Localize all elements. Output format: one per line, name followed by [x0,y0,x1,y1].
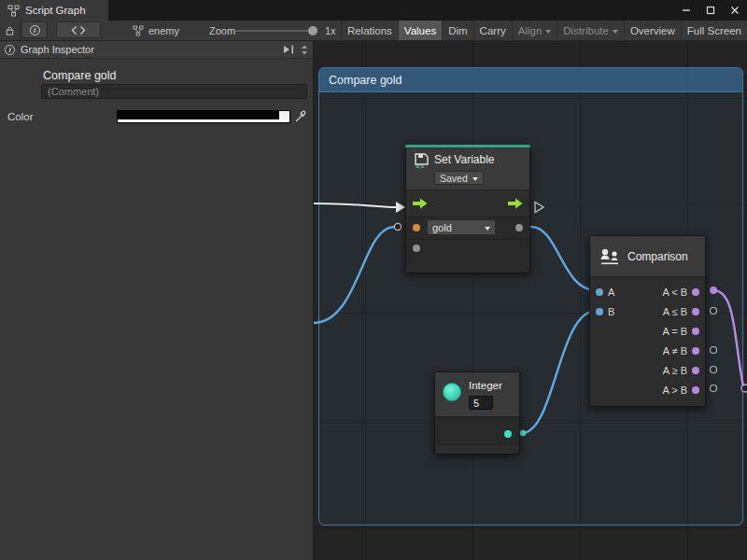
cmp-out-notequal-outer[interactable] [711,347,717,354]
setvar-variable-dropdown[interactable]: gold [427,219,496,235]
cmp-out-greater-outer[interactable] [711,385,717,392]
integer-wire-bead [520,430,526,436]
integer-output-port[interactable] [504,430,512,438]
zoom-value: 1x [325,21,336,40]
flow-out-port[interactable] [508,198,523,209]
zoom-slider-knob[interactable] [308,26,317,35]
carry-button[interactable]: Carry [473,21,512,40]
graph-toolbar: enemy Zoom 1x Relations Values Dim Carry… [0,21,747,41]
close-icon[interactable] [728,4,741,17]
graph-breadcrumb[interactable]: enemy [127,21,185,40]
comparison-row: B A ≤ B [590,301,705,321]
zoom-slider[interactable] [235,21,317,40]
chevron-down-icon [485,227,490,231]
value-wire-setvar-input[interactable] [314,227,394,323]
lock-button[interactable] [0,21,21,40]
graph-inspector-body: Compare gold Color [0,59,313,560]
cmp-out-greaterequal-outer[interactable] [711,367,717,373]
inspector-toggle-button[interactable] [21,21,48,38]
minimize-icon[interactable] [680,4,693,17]
comparison-wire-less-out[interactable] [713,290,743,386]
setvar-name-port[interactable] [413,224,420,231]
setvar-flow-out-outer[interactable] [535,203,543,213]
comment-input[interactable] [41,84,307,99]
comparison-output-greater-port[interactable] [692,386,699,394]
offscreen-port-outer[interactable] [741,385,747,392]
cmp-out-lessequal-outer[interactable] [711,308,717,315]
setvar-value-port[interactable] [413,245,420,252]
comparison-title: Comparison [627,250,688,263]
comparison-output-label: A < B [662,287,687,298]
comparison-row: A = B [590,321,705,341]
comparison-output-less-port[interactable] [692,288,699,296]
title-bar: Script Graph [0,0,747,21]
tab-label: Script Graph [25,5,86,16]
tab-script-graph[interactable]: Script Graph [0,0,108,21]
comparison-output-notequal-port[interactable] [692,347,699,355]
comparison-icon [599,245,621,268]
comparison-input-b-port[interactable] [596,308,603,315]
distribute-dropdown[interactable]: Distribute [557,21,624,40]
chevron-down-icon [545,30,551,34]
graph-inspector-title: Graph Inspector [21,44,277,55]
toolbar-buttons: Relations Values Dim Carry Align Distrib… [341,21,747,40]
comparison-output-label: A ≠ B [663,345,687,357]
window-controls [680,0,741,21]
comparison-output-label: A > B [662,385,687,396]
comparison-output-lessequal-port[interactable] [692,308,699,315]
integer-value-field[interactable] [469,396,493,410]
dock-icon[interactable] [283,45,295,54]
comparison-input-a-port[interactable] [596,288,603,296]
integer-title: Integer [469,380,502,391]
setvar-scope-dropdown[interactable]: Saved [434,171,484,185]
color-alpha-bar [118,119,289,122]
comparison-output-label: A = B [662,326,687,337]
chevron-down-icon [613,30,618,34]
script-graph-icon [7,5,20,17]
setvar-body-divider [406,239,529,273]
flow-wire-in[interactable] [314,203,396,207]
lock-icon [6,25,14,36]
flow-wire-arrowhead [396,202,405,213]
graph-canvas[interactable]: Compare gold <> Set V [313,41,747,560]
value-wire-setvar-to-a[interactable] [531,227,596,290]
comparison-output-equal-port[interactable] [692,328,699,335]
graph-name-label: enemy [148,25,179,36]
color-field-label: Color [7,111,33,122]
setvar-output-port[interactable] [515,224,523,231]
resize-handle-icon[interactable] [301,45,308,55]
inspected-graph-title: Compare gold [43,69,117,82]
info-icon [30,25,40,35]
edit-script-button[interactable] [56,21,101,38]
zoom-slider-track[interactable] [235,30,317,32]
comparison-row: A ≥ B [590,360,705,380]
code-icon [71,25,86,35]
node-comparison[interactable]: Comparison A A < B B A ≤ B A = B A ≠ B [589,235,706,407]
maximize-icon[interactable] [704,4,717,17]
relations-button[interactable]: Relations [341,21,398,40]
setvar-value-port-outer[interactable] [394,223,401,230]
info-icon [5,45,15,55]
comparison-row: A ≠ B [590,341,705,360]
graph-inspector-panel: Graph Inspector Compare gold Color [0,41,313,560]
dim-button[interactable]: Dim [442,21,472,40]
value-wire-integer-to-b[interactable] [522,311,596,433]
comparison-input-b-label: B [608,306,614,317]
comparison-output-greaterequal-port[interactable] [692,367,699,374]
align-dropdown[interactable]: Align [512,21,557,40]
eyedropper-icon[interactable] [294,109,307,123]
comparison-row: A A < B [590,282,705,301]
node-integer[interactable]: Integer [434,371,520,455]
color-swatch[interactable] [117,110,290,123]
values-button[interactable]: Values [398,21,442,40]
full-screen-button[interactable]: Full Screen [681,21,747,40]
flow-in-port[interactable] [413,198,428,209]
comparison-row: A > B [590,380,705,399]
floppy-variable-icon: <> [414,152,430,169]
node-set-variable[interactable]: <> Set Variable Saved gold [405,145,530,273]
graph-inspector-header[interactable]: Graph Inspector [0,41,313,59]
comparison-input-a-label: A [608,287,614,298]
cmp-out-less-outer[interactable] [710,287,717,294]
integer-icon [443,383,461,401]
overview-button[interactable]: Overview [624,21,681,40]
